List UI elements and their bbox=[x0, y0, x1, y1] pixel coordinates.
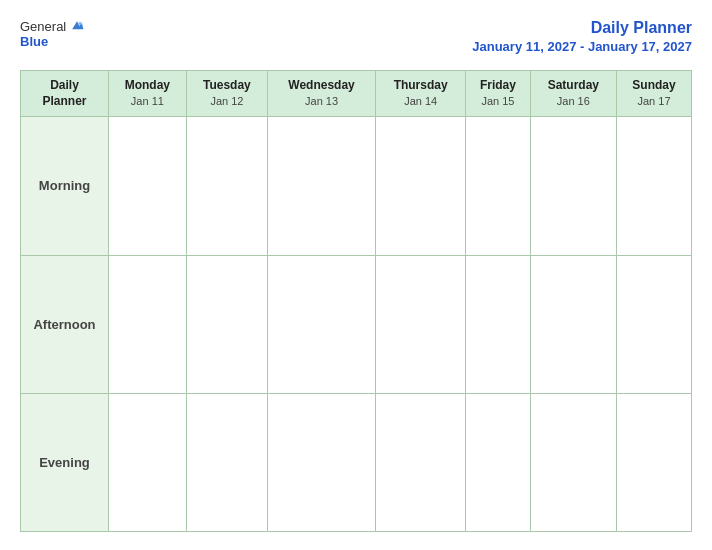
cell-evening-monday[interactable] bbox=[109, 393, 187, 531]
row-label-afternoon: Afternoon bbox=[21, 255, 109, 393]
cell-evening-friday[interactable] bbox=[466, 393, 530, 531]
cell-evening-saturday[interactable] bbox=[530, 393, 616, 531]
logo: General bbox=[20, 18, 85, 34]
cell-evening-tuesday[interactable] bbox=[186, 393, 267, 531]
svg-marker-0 bbox=[72, 21, 83, 29]
cell-afternoon-saturday[interactable] bbox=[530, 255, 616, 393]
planner-date-range: January 11, 2027 - January 17, 2027 bbox=[472, 39, 692, 56]
cell-morning-wednesday[interactable] bbox=[268, 117, 376, 255]
table-header: Daily Planner Monday Jan 11 Tuesday Jan … bbox=[21, 70, 692, 117]
cell-morning-sunday[interactable] bbox=[617, 117, 692, 255]
cell-morning-thursday[interactable] bbox=[376, 117, 466, 255]
cell-afternoon-wednesday[interactable] bbox=[268, 255, 376, 393]
cell-afternoon-monday[interactable] bbox=[109, 255, 187, 393]
row-label-morning: Morning bbox=[21, 117, 109, 255]
row-label-evening: Evening bbox=[21, 393, 109, 531]
planner-title: Daily Planner bbox=[472, 18, 692, 39]
header-row: Daily Planner Monday Jan 11 Tuesday Jan … bbox=[21, 70, 692, 117]
logo-bird-icon bbox=[69, 18, 85, 34]
logo-area: General Blue bbox=[20, 18, 85, 49]
table-body: Morning Afternoon Evening bbox=[21, 117, 692, 532]
cell-morning-saturday[interactable] bbox=[530, 117, 616, 255]
col-header-monday: Monday Jan 11 bbox=[109, 70, 187, 117]
cell-morning-tuesday[interactable] bbox=[186, 117, 267, 255]
col-header-daily-planner: Daily Planner bbox=[21, 70, 109, 117]
title-area: Daily Planner January 11, 2027 - January… bbox=[472, 18, 692, 56]
table-row-morning: Morning bbox=[21, 117, 692, 255]
cell-afternoon-tuesday[interactable] bbox=[186, 255, 267, 393]
logo-general-text: General bbox=[20, 19, 66, 34]
cell-afternoon-sunday[interactable] bbox=[617, 255, 692, 393]
cell-evening-sunday[interactable] bbox=[617, 393, 692, 531]
logo-blue-text: Blue bbox=[20, 34, 48, 49]
col-header-sunday: Sunday Jan 17 bbox=[617, 70, 692, 117]
cell-afternoon-friday[interactable] bbox=[466, 255, 530, 393]
cell-morning-monday[interactable] bbox=[109, 117, 187, 255]
cell-morning-friday[interactable] bbox=[466, 117, 530, 255]
col-header-saturday: Saturday Jan 16 bbox=[530, 70, 616, 117]
cell-evening-wednesday[interactable] bbox=[268, 393, 376, 531]
table-row-afternoon: Afternoon bbox=[21, 255, 692, 393]
page-header: General Blue Daily Planner January 11, 2… bbox=[20, 18, 692, 56]
cell-afternoon-thursday[interactable] bbox=[376, 255, 466, 393]
col-header-friday: Friday Jan 15 bbox=[466, 70, 530, 117]
col-header-tuesday: Tuesday Jan 12 bbox=[186, 70, 267, 117]
table-row-evening: Evening bbox=[21, 393, 692, 531]
col-header-wednesday: Wednesday Jan 13 bbox=[268, 70, 376, 117]
col-header-thursday: Thursday Jan 14 bbox=[376, 70, 466, 117]
planner-table: Daily Planner Monday Jan 11 Tuesday Jan … bbox=[20, 70, 692, 532]
cell-evening-thursday[interactable] bbox=[376, 393, 466, 531]
